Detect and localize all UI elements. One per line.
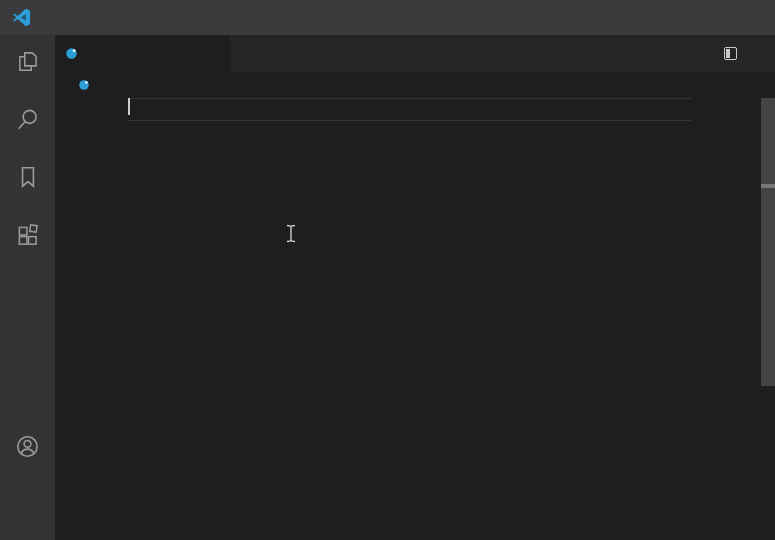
activity-item-search[interactable] (4, 95, 52, 143)
window-controls (634, 0, 775, 35)
current-line-highlight (128, 98, 692, 121)
activity-item-settings[interactable] (4, 480, 52, 528)
breadcrumb (55, 72, 775, 98)
vscode-logo-icon (12, 8, 31, 27)
editor-region (55, 35, 775, 540)
vscode-window (0, 0, 775, 540)
activity-item-bookmarks[interactable] (4, 153, 52, 201)
maximize-button[interactable] (681, 0, 728, 35)
text-caret (128, 98, 130, 115)
minimap[interactable] (695, 98, 761, 100)
activity-bar (0, 35, 55, 540)
activity-item-extensions[interactable] (4, 211, 52, 259)
activity-item-explorer[interactable] (4, 37, 52, 85)
extensions-icon (15, 222, 41, 248)
title-bar (0, 0, 775, 35)
scrollbar-thumb[interactable] (761, 98, 775, 386)
main-layout (0, 35, 775, 540)
tab-script-lua[interactable] (55, 35, 230, 72)
lua-file-icon (78, 79, 90, 91)
mouse-cursor-ibeam (285, 224, 297, 243)
tab-bar (55, 35, 775, 72)
code-editor[interactable] (55, 98, 775, 540)
minimize-button[interactable] (634, 0, 681, 35)
bookmark-icon (15, 164, 41, 190)
split-editor-button[interactable] (724, 47, 737, 60)
overview-ruler-cursor-marker (761, 184, 775, 188)
account-icon (14, 433, 41, 460)
vertical-scrollbar (761, 98, 775, 540)
editor-actions (703, 35, 775, 72)
search-icon (15, 106, 41, 132)
lua-file-icon (65, 47, 78, 60)
explorer-icon (15, 48, 41, 74)
close-window-button[interactable] (728, 0, 775, 35)
activity-item-account[interactable] (4, 422, 52, 470)
